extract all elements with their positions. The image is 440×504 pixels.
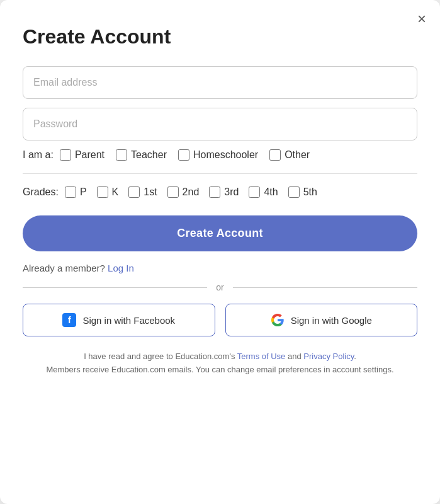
create-account-button[interactable]: Create Account [23, 215, 417, 251]
privacy-link[interactable]: Privacy Policy [303, 352, 354, 361]
footer-suffix: . [354, 352, 356, 361]
facebook-icon: f [62, 313, 76, 327]
role-checkbox-group: Parent Teacher Homeschooler Other [60, 149, 310, 161]
grade-k-checkbox[interactable] [97, 186, 108, 198]
grades-label: Grades: [23, 186, 59, 198]
role-homeschooler-label: Homeschooler [193, 149, 258, 161]
grade-5th-checkbox[interactable] [288, 186, 300, 198]
close-button[interactable]: × [417, 11, 426, 26]
role-teacher-label: Teacher [131, 149, 167, 161]
grade-2nd[interactable]: 2nd [167, 186, 200, 198]
google-btn-label: Sign in with Google [291, 315, 372, 326]
grade-p-checkbox[interactable] [65, 186, 76, 198]
divider [23, 173, 417, 174]
or-divider: or [23, 282, 417, 292]
member-row: Already a member? Log In [23, 263, 417, 273]
or-line-right [233, 287, 417, 288]
grade-4th-label: 4th [264, 186, 278, 198]
social-buttons: f Sign in with Facebook Sign in with Goo… [23, 304, 417, 336]
or-line-left [23, 287, 207, 288]
grade-3rd-checkbox[interactable] [209, 186, 220, 198]
role-other[interactable]: Other [269, 149, 310, 161]
grades-section: Grades: P K 1st 2nd 3rd [23, 186, 417, 198]
grade-5th-label: 5th [303, 186, 317, 198]
login-link[interactable]: Log In [108, 263, 134, 273]
role-other-label: Other [285, 149, 310, 161]
role-other-checkbox[interactable] [269, 149, 281, 161]
grade-3rd-label: 3rd [224, 186, 239, 198]
email-field[interactable] [23, 66, 417, 99]
grades-checkbox-group: P K 1st 2nd 3rd 4th [65, 186, 317, 198]
role-teacher-checkbox[interactable] [116, 149, 127, 161]
grade-1st[interactable]: 1st [128, 186, 157, 198]
role-teacher[interactable]: Teacher [116, 149, 167, 161]
grade-p-label: P [80, 186, 87, 198]
role-parent[interactable]: Parent [60, 149, 104, 161]
footer-line2: Members receive Education.com emails. Yo… [46, 365, 393, 374]
role-homeschooler[interactable]: Homeschooler [178, 149, 258, 161]
facebook-signin-button[interactable]: f Sign in with Facebook [23, 304, 215, 336]
role-section: I am a: Parent Teacher Homeschooler Othe… [23, 149, 417, 161]
or-text: or [216, 282, 223, 292]
member-text: Already a member? [23, 263, 105, 273]
grade-2nd-checkbox[interactable] [167, 186, 179, 198]
grade-1st-checkbox[interactable] [128, 186, 140, 198]
grade-k-label: K [112, 186, 119, 198]
create-account-modal: × Create Account I am a: Parent Teacher … [0, 0, 440, 504]
grade-k[interactable]: K [97, 186, 119, 198]
page-title: Create Account [23, 25, 417, 49]
google-signin-button[interactable]: Sign in with Google [225, 304, 418, 336]
role-parent-checkbox[interactable] [60, 149, 71, 161]
grade-4th-checkbox[interactable] [249, 186, 260, 198]
footer-text: I have read and agree to Education.com's… [23, 350, 417, 377]
role-homeschooler-checkbox[interactable] [178, 149, 189, 161]
grade-4th[interactable]: 4th [249, 186, 278, 198]
footer-and: and [285, 352, 303, 361]
grade-p[interactable]: P [65, 186, 87, 198]
grade-1st-label: 1st [144, 186, 157, 198]
footer-prefix: I have read and agree to Education.com's [84, 352, 237, 361]
terms-link[interactable]: Terms of Use [237, 352, 286, 361]
google-icon [271, 313, 285, 327]
grade-3rd[interactable]: 3rd [209, 186, 239, 198]
password-field[interactable] [23, 108, 417, 140]
grade-2nd-label: 2nd [183, 186, 200, 198]
facebook-btn-label: Sign in with Facebook [82, 315, 175, 326]
role-label: I am a: [23, 149, 54, 161]
role-parent-label: Parent [75, 149, 104, 161]
grade-5th[interactable]: 5th [288, 186, 317, 198]
